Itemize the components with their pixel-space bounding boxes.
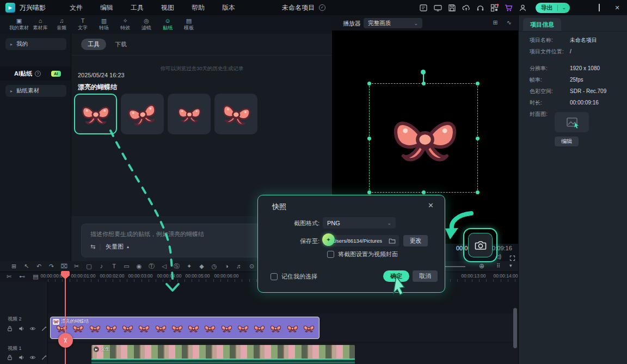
select-tool-icon[interactable]: ↖	[20, 261, 33, 272]
tab-audio[interactable]: ♫音频	[51, 15, 72, 34]
adjust-icon[interactable]: ⊙	[245, 261, 258, 272]
vertical-scrollbar[interactable]	[513, 308, 517, 348]
export-chevron-icon[interactable]: ⌄	[558, 5, 570, 10]
mask-icon[interactable]: ▭	[120, 261, 133, 272]
cancel-button[interactable]: 取消	[413, 270, 438, 282]
sticker-result-4[interactable]	[214, 94, 257, 134]
marker-list-icon[interactable]: ▤	[33, 273, 38, 280]
close-button[interactable]: ✕	[611, 4, 624, 11]
selection-box[interactable]	[369, 83, 478, 193]
tab-stickers[interactable]: ☺贴纸	[157, 15, 178, 34]
lock-icon[interactable]	[7, 325, 13, 332]
menu-tools[interactable]: 工具	[122, 3, 152, 13]
link-clips-icon[interactable]: ⊷	[19, 273, 25, 280]
style-selector[interactable]: ⇆ │ 矢量图 ▴	[90, 243, 129, 251]
info-icon[interactable]: ?	[35, 71, 41, 77]
user-account-icon[interactable]	[518, 3, 527, 13]
playhead-line[interactable]	[65, 271, 66, 364]
save-icon[interactable]	[447, 3, 457, 13]
rotate-handle[interactable]	[421, 70, 426, 75]
split-icon[interactable]: ✂	[70, 261, 83, 272]
change-path-button[interactable]: 更改	[403, 235, 428, 246]
support-headset-icon[interactable]	[476, 3, 485, 13]
redo-icon[interactable]: ↷	[45, 261, 58, 272]
maximize-button[interactable]	[593, 4, 606, 11]
dialog-close-icon[interactable]: ✕	[428, 201, 434, 209]
handle-w[interactable]	[367, 137, 371, 140]
speech-to-text-icon[interactable]: Ⓢ	[170, 261, 183, 272]
menu-view[interactable]: 视图	[152, 3, 183, 13]
confirm-button[interactable]: 确定	[383, 270, 409, 282]
sidebar-item-ai-sticker[interactable]: AI贴纸 ? AI	[0, 66, 71, 81]
tab-filters[interactable]: ◎滤镜	[136, 15, 157, 34]
effects-icon[interactable]: ✦	[183, 261, 195, 272]
handle-nw[interactable]	[367, 82, 371, 85]
lock-icon[interactable]	[7, 354, 13, 361]
handle-e[interactable]	[476, 137, 480, 140]
menu-help[interactable]: 帮助	[183, 3, 213, 13]
zoom-fit-icon[interactable]: ⊕	[479, 262, 484, 270]
video-clip[interactable]: ▶ 女生	[91, 345, 355, 359]
hide-icon[interactable]	[29, 354, 36, 361]
handle-n[interactable]	[422, 82, 426, 85]
record-voice-icon[interactable]: ◉	[133, 261, 145, 272]
snapshot-camera-button[interactable]	[468, 233, 493, 257]
qr-activity-icon[interactable]	[490, 3, 499, 13]
tab-text[interactable]: T文字	[72, 15, 93, 34]
cloud-upload-icon[interactable]	[462, 3, 471, 13]
handle-ne[interactable]	[476, 82, 480, 85]
export-button[interactable]: 导出 ⌄	[536, 3, 570, 13]
sidebar-group-mine[interactable]: ▸ 我的	[5, 38, 66, 50]
folder-icon[interactable]	[389, 237, 396, 244]
remember-choice-checkbox[interactable]	[271, 273, 278, 280]
mute-icon[interactable]	[18, 354, 24, 361]
split-tool-icon[interactable]: ✄	[7, 273, 11, 280]
scope-icon[interactable]: ∿	[507, 19, 512, 26]
crop-icon[interactable]: ▢	[83, 261, 95, 272]
hide-icon[interactable]	[29, 325, 36, 332]
track-height-icon[interactable]: ⠿	[496, 263, 500, 269]
handle-sw[interactable]	[367, 190, 371, 194]
format-dropdown[interactable]: PNG ⌄	[323, 217, 396, 229]
sticker-result-1-selected[interactable]	[74, 94, 117, 134]
menu-edit[interactable]: 编辑	[91, 3, 122, 13]
generate-button[interactable]: ✦	[322, 233, 335, 246]
text-to-speech-icon[interactable]: Ⓣ	[145, 261, 158, 272]
sticker-result-3[interactable]	[168, 94, 211, 134]
shop-cart-icon[interactable]	[504, 3, 513, 13]
handle-s[interactable]	[422, 190, 426, 194]
subtab-downloads[interactable]: 下载	[115, 40, 127, 48]
tab-transitions[interactable]: ▥转场	[94, 15, 114, 34]
subtab-tools[interactable]: 工具	[81, 39, 106, 50]
beat-detect-icon[interactable]: ♪	[95, 261, 108, 272]
tab-stock-library[interactable]: ⌂素材库	[30, 15, 51, 34]
sticker-clip[interactable]: 漂亮的蝴蝶结	[50, 317, 319, 339]
tab-my-media[interactable]: ▣我的素材	[9, 15, 29, 34]
audio-icon[interactable]: ◁	[158, 261, 170, 272]
layout-grid-icon[interactable]: ⊞	[8, 261, 20, 272]
sticker-result-2[interactable]	[121, 94, 164, 134]
audio-waveform[interactable]	[91, 359, 355, 364]
sidebar-group-sticker-assets[interactable]: ▸ 贴纸素材	[5, 85, 66, 97]
tab-effects[interactable]: ✧特效	[115, 15, 136, 34]
track-height-caret-icon[interactable]: ▾	[509, 263, 512, 268]
speed-icon[interactable]: ◷	[208, 261, 220, 272]
playhead-scissors-icon[interactable]: ✂	[58, 333, 73, 348]
quality-dropdown[interactable]: 完整画质 ⌄	[364, 18, 422, 28]
menu-version[interactable]: 版本	[213, 3, 244, 13]
edit-cover-button[interactable]: 编辑	[555, 137, 579, 146]
wand-icon[interactable]	[41, 325, 47, 332]
cover-thumbnail[interactable]	[555, 112, 589, 132]
mute-icon[interactable]	[18, 325, 24, 332]
undo-icon[interactable]: ↶	[33, 261, 45, 272]
tab-templates[interactable]: ▤模板	[179, 15, 199, 34]
tab-project-info[interactable]: 项目信息	[523, 18, 561, 31]
music-icon[interactable]: ♬	[233, 261, 245, 272]
multiview-icon[interactable]: ⊞	[493, 19, 498, 26]
keyframe-icon[interactable]: ◆	[195, 261, 208, 272]
wand-icon[interactable]	[41, 354, 47, 361]
display-icon[interactable]	[433, 3, 442, 13]
handle-se[interactable]	[476, 190, 480, 194]
color-icon[interactable]: ◑	[220, 261, 233, 272]
add-text-icon[interactable]: T	[108, 261, 120, 272]
